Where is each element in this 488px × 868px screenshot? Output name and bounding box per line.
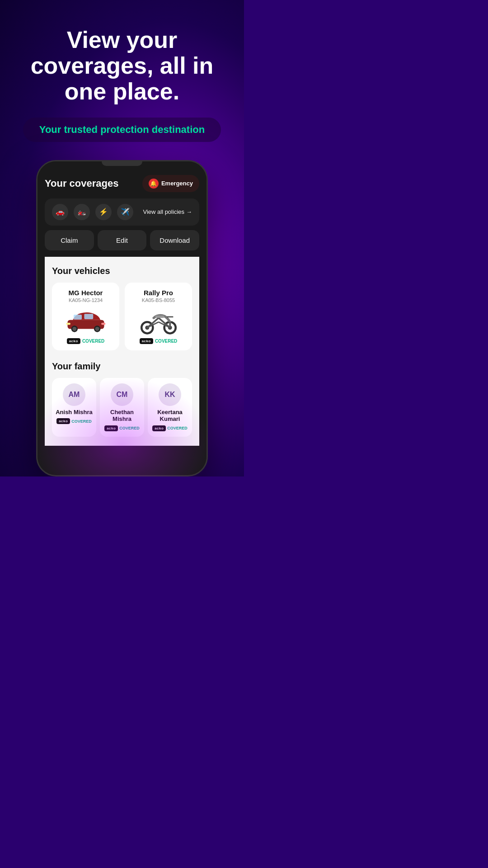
acko-logo: acko xyxy=(104,425,118,431)
avatar-cm: CM xyxy=(111,383,133,406)
family-section-title: Your family xyxy=(52,361,192,372)
phone-screen: Your coverages 🔔 Emergency 🚗 🏍️ ⚡ ✈️ Vie… xyxy=(38,161,206,446)
emergency-button[interactable]: 🔔 Emergency xyxy=(142,175,199,192)
policy-icons-list: 🚗 🏍️ ⚡ ✈️ xyxy=(52,204,133,220)
svg-rect-1 xyxy=(74,315,82,320)
hero-subtitle-container: Your trusted protection destination xyxy=(23,118,221,142)
car-policy-icon[interactable]: 🚗 xyxy=(52,204,68,220)
hero-title: View your coverages, all in one place. xyxy=(14,27,230,105)
vehicle-name: Rally Pro xyxy=(144,289,173,297)
hero-subtitle: Your trusted protection destination xyxy=(39,124,205,136)
family-member-name: Anish Mishra xyxy=(56,409,93,416)
family-covered-badge: acko COVERED xyxy=(104,425,140,431)
svg-point-4 xyxy=(72,327,76,331)
covered-label: COVERED xyxy=(82,339,104,344)
family-section: Your family AM Anish Mishra acko COVERED xyxy=(52,361,192,437)
hero-background: View your coverages, all in one place. Y… xyxy=(0,0,244,476)
family-card-kk[interactable]: KK Keertana Kumari acko COVERED xyxy=(148,378,192,437)
covered-label: COVERED xyxy=(155,339,177,344)
emergency-label: Emergency xyxy=(161,180,193,187)
acko-logo: acko xyxy=(56,418,70,424)
avatar-kk: KK xyxy=(159,383,181,406)
vehicles-section-title: Your vehicles xyxy=(52,266,192,276)
edit-button[interactable]: Edit xyxy=(98,230,147,250)
vehicle-covered-badge: acko COVERED xyxy=(67,338,105,344)
vehicle-plate: KA05-BS-8055 xyxy=(142,297,175,303)
vehicle-card-rally-pro[interactable]: Rally Pro KA05-BS-8055 xyxy=(125,283,192,350)
family-covered-badge: acko COVERED xyxy=(56,418,92,424)
svg-point-6 xyxy=(95,327,99,331)
phone-notch xyxy=(102,161,142,166)
family-card-am[interactable]: AM Anish Mishra acko COVERED xyxy=(52,378,96,437)
download-button[interactable]: Download xyxy=(150,230,199,250)
svg-rect-2 xyxy=(84,314,93,319)
svg-rect-17 xyxy=(155,316,164,318)
acko-logo: acko xyxy=(67,338,80,344)
action-buttons-row: Claim Edit Download xyxy=(45,230,199,250)
svg-rect-8 xyxy=(101,323,105,325)
travel-policy-icon[interactable]: ✈️ xyxy=(117,204,133,220)
bike-image xyxy=(138,307,179,335)
vehicle-name: MG Hector xyxy=(69,289,103,297)
view-all-policies-button[interactable]: View all policies → xyxy=(143,208,192,215)
bike-covered-badge: acko COVERED xyxy=(140,338,178,344)
family-member-name: Keertana Kumari xyxy=(151,409,188,423)
family-member-name: Chethan Mishra xyxy=(103,409,141,423)
vehicles-grid: MG Hector KA05-NG-1234 xyxy=(52,283,192,350)
vehicle-card-mg-hector[interactable]: MG Hector KA05-NG-1234 xyxy=(52,283,119,350)
policy-icons-row: 🚗 🏍️ ⚡ ✈️ View all policies → xyxy=(45,198,199,226)
avatar-am: AM xyxy=(63,383,85,406)
vehicles-section: Your vehicles MG Hector KA05-NG-1234 xyxy=(52,266,192,350)
vehicle-plate: KA05-NG-1234 xyxy=(69,297,103,303)
car-image xyxy=(66,307,106,335)
arrow-right-icon: → xyxy=(186,208,192,215)
family-card-cm[interactable]: CM Chethan Mishra acko COVERED xyxy=(100,378,144,437)
content-section: Your vehicles MG Hector KA05-NG-1234 xyxy=(45,257,199,446)
covered-label: COVERED xyxy=(71,419,92,424)
screen-title: Your coverages xyxy=(45,178,118,189)
svg-rect-18 xyxy=(167,316,173,318)
family-covered-badge: acko COVERED xyxy=(152,425,188,431)
covered-label: COVERED xyxy=(119,426,140,430)
bell-icon: 🔔 xyxy=(149,179,159,189)
claim-button[interactable]: Claim xyxy=(45,230,94,250)
coverage-header: Your coverages 🔔 Emergency xyxy=(45,170,199,192)
view-all-label: View all policies xyxy=(143,208,184,215)
acko-logo: acko xyxy=(152,425,166,431)
svg-rect-7 xyxy=(66,323,70,325)
bike-policy-icon[interactable]: 🏍️ xyxy=(74,204,90,220)
acko-logo: acko xyxy=(140,338,153,344)
phone-mockup: Your coverages 🔔 Emergency 🚗 🏍️ ⚡ ✈️ Vie… xyxy=(36,160,208,476)
covered-label: COVERED xyxy=(167,426,188,430)
family-grid: AM Anish Mishra acko COVERED CM Chethan … xyxy=(52,378,192,437)
ev-policy-icon[interactable]: ⚡ xyxy=(95,204,112,220)
